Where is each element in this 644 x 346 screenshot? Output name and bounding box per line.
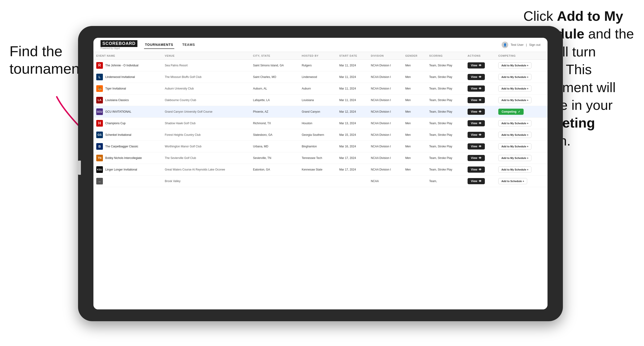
nav-tabs: TOURNAMENTS TEAMS [144, 41, 196, 49]
view-button[interactable]: View 👁 [468, 120, 485, 126]
venue-cell: Great Waters Course At Reynolds Lake Oco… [162, 164, 250, 175]
gender-cell: Men [402, 83, 426, 94]
view-button[interactable]: View 👁 [468, 85, 485, 92]
table-row: R The Johnnie - O Individual Sea Palms R… [94, 60, 548, 71]
venue-cell: Worthington Manor Golf Club [162, 141, 250, 152]
view-button[interactable]: View 👁 [468, 143, 485, 150]
event-name-text: GCU INVITATIONAL [105, 110, 131, 113]
competing-cell: Add to My Schedule + [496, 129, 548, 141]
competing-cell: Add to My Schedule + [496, 94, 548, 106]
event-name-cell: TN Bobby Nichols Intercollegiate [94, 152, 162, 164]
add-to-schedule-button[interactable]: Add to My Schedule + [498, 167, 532, 173]
view-label: View [471, 75, 477, 79]
view-button[interactable]: View 👁 [468, 132, 485, 138]
event-name-text: Champions Cup [105, 122, 126, 125]
add-to-schedule-button[interactable]: Add to Schedule + [498, 178, 527, 184]
table-row: L Lindenwood Invitational The Missouri B… [94, 71, 548, 83]
table-container: EVENT NAME VENUE CITY, STATE HOSTED BY S… [94, 52, 548, 309]
view-button[interactable]: View 👁 [468, 97, 485, 103]
add-to-schedule-button[interactable]: Add to My Schedule + [498, 85, 532, 92]
competing-label: Competing [502, 110, 516, 113]
view-button[interactable]: View 👁 [468, 167, 485, 173]
competing-button[interactable]: Competing ✓ [498, 109, 524, 115]
table-row: GS Schenkel Invitational Forest Heights … [94, 129, 548, 141]
view-button[interactable]: View 👁 [468, 178, 485, 184]
hosted-by-cell: Kennesaw State [299, 164, 336, 175]
view-label: View [471, 122, 477, 125]
city-state-cell: Lafayette, LA [250, 94, 299, 106]
division-cell: NCAA [368, 175, 402, 187]
division-cell: NCAA Division I [368, 129, 402, 141]
add-to-schedule-button[interactable]: Add to My Schedule + [498, 74, 532, 80]
event-name-cell: H Champions Cup [94, 118, 162, 129]
city-state-cell: Sevierville, TN [250, 152, 299, 164]
tab-tournaments[interactable]: TOURNAMENTS [144, 41, 174, 49]
add-to-schedule-button[interactable]: Add to My Schedule + [498, 143, 532, 150]
add-label: Add to My Schedule + [502, 76, 528, 78]
venue-cell: Sea Palms Resort [162, 60, 250, 71]
side-indicator [78, 161, 81, 175]
gender-cell: Men [402, 164, 426, 175]
eye-icon: 👁 [479, 75, 482, 79]
gender-cell: Men [402, 152, 426, 164]
view-button[interactable]: View 👁 [468, 109, 485, 115]
eye-icon: 👁 [479, 156, 482, 160]
gender-cell: Men [402, 71, 426, 83]
venue-cell: Oakbourne Country Club [162, 94, 250, 106]
hosted-by-cell: Houston [299, 118, 336, 129]
hosted-by-cell: Lindenwood [299, 71, 336, 83]
team-logo: R [96, 62, 103, 69]
city-state-cell: Urbana, MD [250, 141, 299, 152]
eye-icon: 👁 [479, 145, 482, 148]
hosted-by-cell: Georgia Southern [299, 129, 336, 141]
venue-cell: The Sevierville Golf Club [162, 152, 250, 164]
tab-teams[interactable]: TEAMS [182, 41, 196, 49]
event-name-cell: B The Carpetbagger Classic [94, 141, 162, 152]
scoring-cell: Team, Stroke Play [426, 164, 465, 175]
col-venue: VENUE [162, 52, 250, 60]
division-cell: NCAA Division I [368, 60, 402, 71]
add-to-schedule-button[interactable]: Add to My Schedule + [498, 132, 532, 138]
division-cell: NCAA Division I [368, 118, 402, 129]
eye-icon: 👁 [479, 168, 482, 171]
venue-cell: Shadow Hawk Golf Club [162, 118, 250, 129]
venue-cell: Forest Heights Country Club [162, 129, 250, 141]
scoring-cell: Team, Stroke Play [426, 60, 465, 71]
hosted-by-cell: Rutgers [299, 60, 336, 71]
add-label: Add to My Schedule + [502, 145, 528, 148]
competing-cell: Add to My Schedule + [496, 83, 548, 94]
view-button[interactable]: View 👁 [468, 155, 485, 161]
view-label: View [471, 156, 477, 160]
checkmark-icon: ✓ [518, 110, 520, 113]
add-to-schedule-button[interactable]: Add to My Schedule + [498, 120, 532, 126]
logo-area: SCOREBOARD Powered by clippd TOURNAMENTS… [100, 40, 196, 50]
view-button[interactable]: View 👁 [468, 74, 485, 80]
add-to-schedule-button[interactable]: Add to My Schedule + [498, 155, 532, 161]
col-division: DIVISION [368, 52, 402, 60]
division-cell: NCAA Division I [368, 152, 402, 164]
col-competing: COMPETING [496, 52, 548, 60]
view-button[interactable]: View 👁 [468, 62, 485, 68]
event-name-cell: GCU GCU INVITATIONAL [94, 106, 162, 118]
scoring-cell: Team, Stroke Play [426, 118, 465, 129]
hosted-by-cell: Tennessee Tech [299, 152, 336, 164]
venue-cell: Auburn University Club [162, 83, 250, 94]
eye-icon: 👁 [479, 64, 482, 67]
table-row: KSU Linger Longer Invitational Great Wat… [94, 164, 548, 175]
eye-icon: 👁 [479, 110, 482, 113]
add-to-schedule-button[interactable]: Add to My Schedule + [498, 97, 532, 103]
city-state-cell [250, 175, 299, 187]
add-to-schedule-button[interactable]: Add to My Schedule + [498, 62, 532, 68]
team-logo: GCU [96, 108, 103, 115]
tablet-frame: SCOREBOARD Powered by clippd TOURNAMENTS… [78, 26, 563, 321]
view-label: View [471, 133, 477, 137]
scoring-cell: Team, Stroke Play [426, 152, 465, 164]
add-label: Add to My Schedule + [502, 168, 528, 171]
tournaments-table: EVENT NAME VENUE CITY, STATE HOSTED BY S… [94, 52, 548, 187]
view-label: View [471, 87, 477, 90]
hosted-by-cell: Binghamton [299, 141, 336, 152]
signout-link[interactable]: Sign out [529, 43, 540, 46]
competing-cell: Add to My Schedule + [496, 60, 548, 71]
division-cell: NCAA Division I [368, 71, 402, 83]
add-label: Add to My Schedule + [502, 157, 528, 160]
